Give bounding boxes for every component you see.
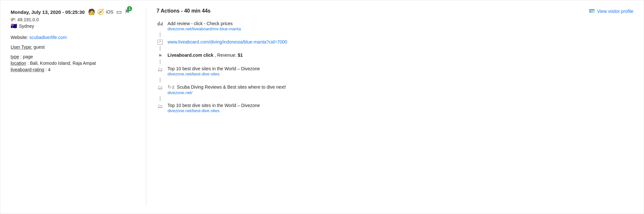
action-row: Add review - click - Check prices divezo… (157, 19, 633, 33)
connector (157, 96, 633, 101)
connector (157, 33, 633, 37)
action-row: ⚑ Liveaboard.com click , Revenue: $1 (157, 51, 633, 60)
refresh-folder-icon: 🗂 (157, 84, 164, 91)
safari-icon: 🧭 (97, 8, 104, 15)
list-item: Add review - click - Check prices divezo… (157, 19, 633, 37)
action-row: 🗂 Top 10 best dive sites in the World – … (157, 64, 633, 78)
folder-icon-2: 🗂 (157, 103, 164, 109)
user-type-value: guest (34, 44, 44, 50)
type-colon: : (20, 54, 23, 59)
list-item: 🗂 Top 10 best dive sites in the World – … (157, 64, 633, 82)
action-row: www.liveaboard.com/diving/indonesia/blue… (157, 37, 633, 46)
list-item: 🗂 ↻ 2 Scuba Diving Reviews & Best sites … (157, 82, 633, 101)
action-row: 🗂 ↻ 2 Scuba Diving Reviews & Best sites … (157, 82, 633, 96)
list-item: www.liveaboard.com/diving/indonesia/blue… (157, 37, 633, 51)
external-box-icon (158, 40, 163, 45)
liveaboard-label: liveaboard-rating (11, 67, 44, 72)
action-title: Liveaboard.com click , Revenue: $1 (168, 53, 633, 58)
list-item: 🗂 Top 10 best dive sites in the World – … (157, 101, 633, 114)
location-row: 🇦🇺 Sydney (11, 23, 136, 29)
folder-icon: 🗂 (157, 66, 164, 73)
folder-glyph: 🗂 (158, 103, 163, 109)
action-bold-title: Liveaboard.com click (168, 53, 213, 58)
meta-section: type : page location : Bali, Komodo Isla… (11, 54, 136, 72)
refresh-icon: ↻ 2 (168, 84, 174, 90)
website-link[interactable]: scubadiverlife.com (29, 35, 67, 40)
connector-line (157, 96, 164, 101)
folder-glyph: 🗂 (158, 85, 163, 91)
connector (157, 46, 633, 51)
location-colon: : (27, 61, 30, 66)
flag-badge: ⚑ 1 (124, 8, 130, 16)
action-list: Add review - click - Check prices divezo… (157, 19, 633, 114)
website-row: Website: scubadiverlife.com (11, 35, 136, 40)
list-item: ⚑ Liveaboard.com click , Revenue: $1 (157, 51, 633, 64)
view-profile-label: View visitor profile (597, 9, 633, 14)
tablet-icon: ▭ (115, 8, 122, 15)
connector-line (157, 78, 164, 82)
refresh-glyph: ↻ (168, 84, 172, 90)
type-value: page (23, 54, 33, 59)
flag-action-icon: ⚑ (157, 53, 164, 58)
connector-line (157, 46, 164, 51)
bars-icon (157, 21, 164, 25)
australia-flag: 🇦🇺 (11, 23, 17, 29)
liveaboard-colon: : (45, 67, 48, 72)
connector-line (157, 33, 164, 37)
actions-header: 7 Actions - 40 min 44s (157, 8, 633, 14)
action-row: 🗂 Top 10 best dive sites in the World – … (157, 101, 633, 114)
right-panel: 7 Actions - 40 min 44s 🪪 View visitor pr… (157, 8, 633, 206)
type-label: type (11, 54, 19, 59)
action-title: Add review - click - Check prices (168, 21, 633, 26)
city-name: Sydney (19, 24, 34, 29)
website-label: Website: (11, 35, 28, 40)
profile-icon-img: 🪪 (589, 8, 595, 14)
flag-icon: ⚑ (158, 53, 162, 58)
action-suffix: , Revenue: $1 (215, 53, 243, 58)
connector-line (157, 60, 164, 64)
external-link-icon (157, 39, 164, 45)
browser-device-icons: 🧑 🧭 iOS ▭ ⚑ 1 (88, 8, 130, 16)
left-panel: Monday, July 13, 2020 - 05:25:30 🧑 🧭 iOS… (11, 8, 146, 206)
action-url[interactable]: divezone.net/best-dive-sites (168, 72, 633, 76)
action-title: Top 10 best dive sites in the World – Di… (168, 103, 633, 108)
liveaboard-value: 4 (48, 67, 51, 72)
action-content: Top 10 best dive sites in the World – Di… (168, 103, 633, 113)
action-url[interactable]: www.liveaboard.com/diving/indonesia/blue… (168, 39, 633, 44)
panel-divider (146, 8, 146, 206)
connector (157, 60, 633, 64)
action-url[interactable]: divezone.net/ (168, 90, 633, 95)
location-label: location (11, 61, 26, 66)
action-title: ↻ 2 Scuba Diving Reviews & Best sites wh… (168, 84, 633, 90)
action-title: Top 10 best dive sites in the World – Di… (168, 66, 633, 71)
location-value: Bali, Komodo Island, Raja Ampat (30, 61, 96, 66)
user-type-row: User Type: guest (11, 44, 136, 50)
action-content: ↻ 2 Scuba Diving Reviews & Best sites wh… (168, 84, 633, 95)
action-url[interactable]: divezone.net/liveaboard/mv-blue-manta (168, 26, 633, 31)
action-content: Top 10 best dive sites in the World – Di… (168, 66, 633, 76)
action-content: www.liveaboard.com/diving/indonesia/blue… (168, 39, 633, 44)
ios-label: iOS (106, 9, 113, 15)
badge-count: 1 (127, 6, 132, 11)
connector (157, 78, 633, 82)
action-content: Liveaboard.com click , Revenue: $1 (168, 53, 633, 58)
refresh-count: 2 (172, 85, 174, 90)
action-content: Add review - click - Check prices divezo… (168, 21, 633, 31)
ip-address: IP: 49.191.0.0 (11, 17, 136, 22)
folder-glyph: 🗂 (158, 67, 163, 73)
user-icon: 🧑 (88, 8, 95, 15)
chart-bars (158, 22, 163, 25)
datetime: Monday, July 13, 2020 - 05:25:30 (11, 9, 85, 15)
view-profile-link[interactable]: 🪪 View visitor profile (589, 8, 633, 14)
type-row: type : page (11, 54, 136, 59)
user-type-label: User Type: (11, 44, 32, 50)
location-meta-row: location : Bali, Komodo Island, Raja Amp… (11, 61, 136, 66)
liveaboard-row: liveaboard-rating : 4 (11, 67, 136, 72)
action-url[interactable]: divezone.net/best-dive-sites (168, 108, 633, 113)
